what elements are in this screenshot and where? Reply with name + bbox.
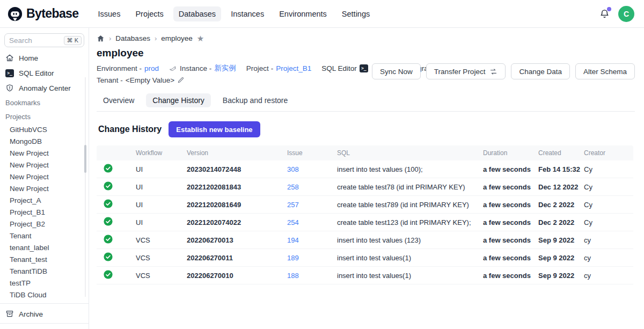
tab-overview[interactable]: Overview [97, 93, 141, 107]
issue-link[interactable]: 257 [287, 201, 299, 209]
alter-schema-button[interactable]: Alter Schema [575, 63, 635, 79]
sidebar-scrollbar[interactable] [84, 145, 86, 173]
workflow-cell: VCS [136, 231, 187, 249]
version-cell: 20221202081649 [187, 196, 287, 214]
nav-item-issues[interactable]: Issues [92, 6, 126, 21]
sql-cell: create table test123 (id int PRIMARY KEY… [337, 214, 483, 231]
transfer-project-button[interactable]: Transfer Project [426, 63, 506, 79]
archive-icon [5, 310, 14, 318]
environment-link[interactable]: prod [144, 64, 159, 72]
search-input[interactable] [9, 36, 56, 45]
column-issue: Issue [287, 145, 337, 160]
duration-cell: a few seconds [483, 231, 538, 249]
workflow-cell: VCS [136, 249, 187, 267]
bytebase-logo[interactable]: Bytebase [8, 6, 78, 21]
breadcrumb-separator: › [155, 34, 157, 42]
user-avatar[interactable]: C [618, 6, 634, 22]
instance-link[interactable]: 新实例 [214, 63, 236, 73]
creator-cell: cy [584, 231, 633, 249]
sidebar-project-item[interactable]: Tenant [0, 230, 89, 242]
project-label: Project - [246, 64, 273, 72]
table-row: VCS202206270011189insert into test value… [97, 249, 633, 267]
issue-link[interactable]: 188 [287, 272, 299, 280]
issue-link[interactable]: 254 [287, 218, 299, 226]
status-done-icon [104, 217, 113, 226]
sidebar-item-archive[interactable]: Archive [0, 306, 89, 321]
sidebar-scrollbar-track [85, 77, 86, 297]
sidebar-project-item[interactable]: TenantTiDB [0, 265, 89, 277]
nav-item-environments[interactable]: Environments [274, 6, 332, 21]
sidebar-item-home[interactable]: Home [0, 50, 89, 65]
version-cell: 20221202081843 [187, 178, 287, 196]
tab-change-history[interactable]: Change History [146, 93, 211, 107]
table-row: VCS202206270013194insert into test value… [97, 231, 633, 249]
nav-item-projects[interactable]: Projects [130, 6, 169, 21]
project-link[interactable]: Project_B1 [276, 64, 311, 72]
sidebar-item-sql-editor[interactable]: >_ SQL Editor [0, 65, 89, 81]
sync-now-button[interactable]: Sync Now [372, 63, 421, 79]
notification-bell-icon[interactable] [599, 9, 610, 19]
home-icon [5, 54, 14, 62]
column-status [97, 145, 136, 160]
nav-item-settings[interactable]: Settings [336, 6, 375, 21]
issue-link[interactable]: 189 [287, 254, 299, 262]
sidebar-project-item[interactable]: Project_B1 [0, 206, 89, 218]
sidebar-project-item[interactable]: MongoDB [0, 135, 89, 147]
sidebar-project-item[interactable]: Project_A [0, 194, 89, 206]
status-done-icon [104, 270, 113, 279]
bookmark-star-icon[interactable]: ★ [197, 34, 204, 42]
sql-editor-link[interactable]: SQL Editor >_ [321, 64, 368, 72]
nav-item-instances[interactable]: Instances [225, 6, 269, 21]
creator-cell: Cy [584, 196, 633, 214]
sidebar-item-anomaly-center[interactable]: Anomaly Center [0, 81, 89, 96]
duration-cell: a few seconds [483, 249, 538, 267]
sql-cell: insert into test values (100); [337, 160, 483, 178]
duration-cell: a few seconds [483, 267, 538, 284]
issue-link[interactable]: 194 [287, 236, 299, 244]
sidebar-project-item[interactable]: New Project [0, 147, 89, 159]
edit-pencil-icon[interactable] [177, 76, 185, 84]
tab-backup-and-restore[interactable]: Backup and restore [216, 93, 294, 107]
issue-link[interactable]: 308 [287, 165, 299, 173]
issue-link[interactable]: 258 [287, 183, 299, 191]
sql-cell: insert into test values (123) [337, 231, 483, 249]
sidebar-project-item[interactable]: Tenant_test [0, 253, 89, 265]
sidebar-project-item[interactable]: tenant_label [0, 242, 89, 253]
sidebar-project-item[interactable]: TiDB Cloud [0, 289, 89, 301]
sidebar: ⌘ K Home >_ SQL Editor [0, 28, 89, 329]
sidebar-project-item[interactable]: GitHubVCS [0, 123, 89, 135]
created-cell: Dec 12 2022 [538, 178, 584, 196]
terminal-icon: >_ [5, 69, 14, 77]
sql-cell: create table test789 (id int PRIMARY KEY… [337, 196, 483, 214]
app-window: Bytebase Issues Projects Databases Insta… [0, 0, 644, 329]
database-meta: Environment - prod Instance - 新实例 [97, 62, 372, 86]
tabs-divider [97, 111, 635, 112]
column-version: Version [187, 145, 287, 160]
projects-section-label: Projects [0, 109, 89, 123]
sidebar-project-item[interactable]: New Project [0, 182, 89, 194]
change-data-button[interactable]: Change Data [511, 63, 570, 79]
breadcrumb-databases[interactable]: Databases [115, 34, 150, 42]
duration-cell: a few seconds [483, 196, 538, 214]
terminal-icon: >_ [360, 64, 368, 72]
breadcrumb-home-icon[interactable] [97, 34, 105, 42]
page-title: employee [97, 47, 635, 59]
bookmarks-section-label: Bookmarks [0, 96, 89, 109]
table-row: UI20230214072448308insert into test valu… [97, 160, 633, 178]
status-done-icon [104, 164, 113, 173]
establish-baseline-button[interactable]: Establish new baseline [169, 121, 260, 137]
sidebar-project-item[interactable]: New Project [0, 171, 89, 182]
nav-item-databases[interactable]: Databases [173, 6, 221, 21]
enterprise-plan-link[interactable]: Enterprise Plan [0, 323, 89, 329]
sql-cell: create table test78 (id int PRIMARY KEY) [337, 178, 483, 196]
sidebar-project-item[interactable]: New Project [0, 159, 89, 171]
sidebar-project-item[interactable]: testTP [0, 277, 89, 289]
notification-dot [607, 7, 611, 11]
breadcrumb-employee[interactable]: employee [161, 34, 193, 42]
history-table-body: UI20230214072448308insert into test valu… [97, 160, 633, 284]
sidebar-project-item[interactable]: Project_B2 [0, 218, 89, 230]
duration-cell: a few seconds [483, 178, 538, 196]
status-done-icon [104, 199, 113, 208]
breadcrumb-separator: › [109, 34, 111, 42]
creator-cell: Cy [584, 160, 633, 178]
